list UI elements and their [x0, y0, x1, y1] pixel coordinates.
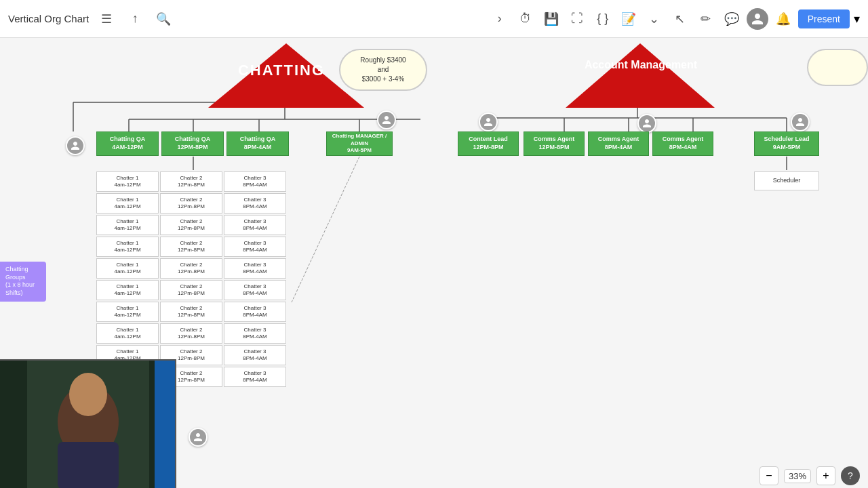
chatter-cell: Chatter 2 12Pm-8PM — [160, 171, 222, 192]
chatting-label: CHATTING — [224, 62, 339, 79]
webcam-sidebar-strip — [155, 361, 175, 488]
svg-point-22 — [69, 373, 107, 416]
chatter-cell: Chatter 3 8PM-4AM — [224, 215, 286, 235]
present-button[interactable]: Present — [798, 9, 850, 28]
chatter-cell: Chatter 2 12Pm-8PM — [160, 215, 222, 235]
person-silhouette — [0, 361, 176, 488]
scheduler-box: Scheduler — [754, 171, 819, 190]
svg-line-17 — [292, 157, 359, 302]
zoom-level: 33% — [784, 469, 811, 483]
chatter-row-6: Chatter 1 4am-12PMChatter 2 12Pm-8PMChat… — [96, 302, 286, 322]
chatter-cell: Chatter 1 4am-12PM — [96, 302, 159, 322]
zoom-in-button[interactable]: + — [816, 466, 835, 485]
doc-title: Vertical Org Chart — [8, 13, 89, 24]
chatter-cell: Chatter 3 8PM-4AM — [224, 193, 286, 214]
user-avatar — [747, 8, 768, 30]
chatter-cell: Chatter 1 4am-12PM — [96, 193, 159, 214]
chatter-cell: Chatter 2 12Pm-8PM — [160, 302, 222, 322]
chatter-row-2: Chatter 1 4am-12PMChatter 2 12Pm-8PMChat… — [96, 215, 286, 235]
nav-forward-button[interactable]: › — [489, 8, 511, 30]
cloud-note-right — [807, 49, 868, 86]
chatter-row-3: Chatter 1 4am-12PMChatter 2 12Pm-8PMChat… — [96, 237, 286, 257]
comms-agent-box-2: Comms Agent 8PM-4AM — [588, 131, 649, 156]
chatter-cell: Chatter 3 8PM-4AM — [224, 258, 286, 279]
chatter-cell: Chatter 3 8PM-4AM — [224, 302, 286, 322]
chatter-row-0: Chatter 1 4am-12PMChatter 2 12Pm-8PMChat… — [96, 171, 286, 192]
chatter-cell: Chatter 2 12Pm-8PM — [160, 193, 222, 214]
chatter-cell: Chatter 1 4am-12PM — [96, 215, 159, 235]
pen-icon[interactable]: ✏ — [695, 8, 717, 30]
chatter-cell: Chatter 3 8PM-4AM — [224, 323, 286, 344]
chatter-cell: Chatter 3 8PM-4AM — [224, 367, 286, 387]
user-icon-comms — [637, 114, 656, 133]
chatting-qa-box-3: Chatting QA 8PM-4AM — [226, 131, 289, 156]
menu-button[interactable]: ☰ — [96, 8, 117, 30]
content-lead-box: Content Lead 12PM-8PM — [458, 131, 519, 156]
chatter-cell: Chatter 3 8PM-4AM — [224, 345, 286, 365]
chatter-cell: Chatter 2 12Pm-8PM — [160, 323, 222, 344]
webcam-overlay — [0, 359, 176, 488]
chatter-cell: Chatter 1 4am-12PM — [96, 280, 159, 300]
comms-agent-box-3: Comms Agent 8PM-4AM — [652, 131, 713, 156]
notes-icon[interactable]: 📝 — [618, 8, 639, 30]
chatter-grid: Chatter 1 4am-12PMChatter 2 12Pm-8PMChat… — [96, 171, 286, 388]
chatter-row-5: Chatter 1 4am-12PMChatter 2 12Pm-8PMChat… — [96, 280, 286, 300]
webcam-video — [0, 361, 175, 488]
timer-icon[interactable]: ⏱ — [515, 8, 536, 30]
chatter-cell: Chatter 2 12Pm-8PM — [160, 280, 222, 300]
toolbar-right: › ⏱ 💾 ⛶ { } 📝 ⌄ ↖ ✏ 💬 🔔 Present ▾ — [489, 8, 868, 30]
user-icon-chatting-top — [66, 136, 85, 155]
account-mgmt-label: Account Management — [573, 58, 709, 73]
more-options-icon[interactable]: ⌄ — [644, 8, 665, 30]
cursor-icon[interactable]: ↖ — [669, 8, 691, 30]
chatter-cell: Chatter 3 8PM-4AM — [224, 280, 286, 300]
present-dropdown[interactable]: ▾ — [854, 12, 860, 26]
chatter-cell: Chatter 1 4am-12PM — [96, 237, 159, 257]
search-button[interactable]: 🔍 — [153, 8, 174, 30]
chatter-row-1: Chatter 1 4am-12PMChatter 2 12Pm-8PMChat… — [96, 193, 286, 214]
user-icon-content-lead — [479, 113, 498, 131]
comms-agent-box-1: Comms Agent 12PM-8PM — [524, 131, 585, 156]
chat-icon[interactable]: 💬 — [721, 8, 743, 30]
save-icon[interactable]: 💾 — [540, 8, 562, 30]
chatting-qa-box-1: Chatting QA 4AM-12PM — [96, 131, 159, 156]
help-button[interactable]: ? — [841, 466, 860, 485]
chatter-cell: Chatter 3 8PM-4AM — [224, 171, 286, 192]
chatting-qa-box-2: Chatting QA 12PM-8PM — [161, 131, 224, 156]
toolbar-left: Vertical Org Chart ☰ ↑ 🔍 — [0, 8, 182, 30]
chatter-cell: Chatter 1 4am-12PM — [96, 323, 159, 344]
chatter-row-4: Chatter 1 4am-12PMChatter 2 12Pm-8PMChat… — [96, 258, 286, 279]
cloud-note: Roughly $3400 and $3000 + 3-4% — [339, 49, 427, 91]
chatter-cell: Chatter 3 8PM-4AM — [224, 237, 286, 257]
account-mgmt-triangle — [566, 43, 715, 108]
share-button[interactable]: ↑ — [124, 8, 146, 30]
chatter-cell: Chatter 1 4am-12PM — [96, 171, 159, 192]
toolbar: Vertical Org Chart ☰ ↑ 🔍 › ⏱ 💾 ⛶ { } 📝 ⌄… — [0, 0, 868, 38]
user-icon-manager — [377, 110, 396, 129]
svg-rect-23 — [58, 442, 119, 488]
chatting-manager-box: Chatting MANAGER / ADMIN 9AM-5PM — [326, 131, 393, 156]
chatter-row-7: Chatter 1 4am-12PMChatter 2 12Pm-8PMChat… — [96, 323, 286, 344]
chatter-cell: Chatter 1 4am-12PM — [96, 258, 159, 279]
chatting-groups-note: Chatting Groups (1 x 8 hour Shifts) — [0, 262, 46, 302]
chatter-cell: Chatter 2 12Pm-8PM — [160, 237, 222, 257]
zoom-out-button[interactable]: − — [760, 466, 778, 485]
bell-icon[interactable]: 🔔 — [772, 8, 794, 30]
code-icon[interactable]: { } — [592, 8, 614, 30]
fullscreen-icon[interactable]: ⛶ — [566, 8, 588, 30]
user-icon-scheduler-lead — [791, 113, 810, 131]
chatter-cell: Chatter 2 12Pm-8PM — [160, 258, 222, 279]
user-icon-bottom — [189, 428, 208, 447]
svg-rect-19 — [0, 361, 27, 488]
bottom-bar: − 33% + ? — [751, 464, 868, 488]
scheduler-lead-box: Scheduler Lead 9AM-5PM — [754, 131, 819, 156]
cloud-text: Roughly $3400 and $3000 + 3-4% — [360, 56, 406, 84]
